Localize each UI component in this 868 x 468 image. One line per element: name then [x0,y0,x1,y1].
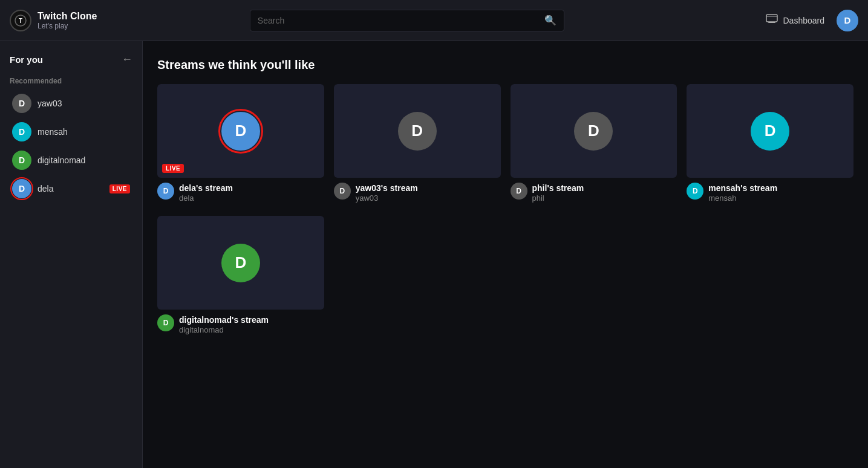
sidebar-avatar-yaw03: D [12,94,31,113]
sidebar-item-yaw03[interactable]: D yaw03 [4,89,139,117]
sidebar-item-mensah[interactable]: D mensah [4,118,139,146]
brand-title: Twitch Clone [38,11,97,22]
stream-info-text-yaw03: yaw03's stream yaw03 [356,183,418,204]
stream-info-phil: D phil's stream phil [511,178,677,206]
streamer-name-phil: phil [532,193,584,204]
brand: T Twitch Clone Let's play [10,10,149,31]
sidebar-username-yaw03: yaw03 [38,99,130,108]
search-icon[interactable]: 🔍 [544,15,556,26]
stream-info-avatar-phil: D [511,183,527,200]
stream-name-digitalnomad: digitalnomad's stream [179,314,269,325]
stream-thumbnail-digitalnomad: D [157,216,324,310]
user-avatar[interactable]: D [837,10,858,31]
svg-rect-2 [766,15,777,22]
recommended-label: Recommended [0,73,142,89]
sidebar-item-digitalnomad[interactable]: D digitalnomad [4,146,139,174]
collapse-icon[interactable]: ← [122,53,132,66]
sidebar-username-mensah: mensah [38,127,130,137]
stream-info-avatar-mensah: D [687,183,703,200]
sidebar-username-dela: dela [38,184,103,193]
stream-thumbnail-dela: D LIVE [157,84,324,178]
dashboard-link[interactable]: Dashboard [766,14,824,27]
stream-thumbnail-yaw03: D [334,84,501,178]
stream-info-text-dela: dela's stream dela [179,183,233,204]
sidebar-live-badge-dela: LIVE [109,184,130,193]
sidebar-avatar-mensah: D [12,122,31,141]
stream-thumbnail-phil: D [511,84,677,178]
streams-section-title: Streams we think you'll like [157,58,853,72]
stream-name-dela: dela's stream [179,183,233,193]
streamer-name-mensah: mensah [708,193,777,204]
stream-info-digitalnomad: D digitalnomad's stream digitalnomad [157,310,324,338]
layout: For you ← Recommended D yaw03 D mensah D… [0,0,868,468]
stream-card-yaw03[interactable]: D D yaw03's stream yaw03 [334,84,501,206]
streams-grid-row2: D D digitalnomad's stream digitalnomad [157,216,853,338]
streamer-name-dela: dela [179,193,233,204]
sidebar-for-you: For you ← [0,48,142,71]
thumbnail-avatar-yaw03: D [398,112,437,151]
stream-card-digitalnomad[interactable]: D D digitalnomad's stream digitalnomad [157,216,324,338]
stream-card-dela[interactable]: D LIVE D dela's stream dela [157,84,324,206]
stream-name-phil: phil's stream [532,183,584,193]
main-content: Streams we think you'll like D LIVE D de… [143,41,868,468]
stream-thumbnail-mensah: D [687,84,853,178]
sidebar-item-dela[interactable]: D dela LIVE [4,175,139,203]
thumbnail-avatar-dela: D [221,112,260,151]
stream-info-mensah: D mensah's stream mensah [687,178,853,206]
streamer-name-yaw03: yaw03 [356,193,418,204]
sidebar: For you ← Recommended D yaw03 D mensah D… [0,41,143,468]
stream-info-text-digitalnomad: digitalnomad's stream digitalnomad [179,314,269,336]
stream-info-avatar-digitalnomad: D [157,314,174,331]
streams-grid-row1: D LIVE D dela's stream dela D D [157,84,853,206]
for-you-label: For you [10,54,43,65]
sidebar-username-digitalnomad: digitalnomad [38,155,130,165]
stream-info-avatar-yaw03: D [334,183,351,200]
brand-logo: T [10,10,31,31]
stream-name-mensah: mensah's stream [708,183,777,193]
svg-rect-4 [768,22,775,23]
sidebar-avatar-dela: D [12,179,31,198]
stream-info-avatar-dela: D [157,183,174,200]
header-right: Dashboard D [766,10,858,31]
dashboard-icon [766,14,778,27]
sidebar-avatar-digitalnomad: D [12,151,31,170]
stream-info-text-phil: phil's stream phil [532,183,584,204]
stream-card-mensah[interactable]: D D mensah's stream mensah [687,84,853,206]
brand-subtitle: Let's play [38,22,97,30]
search-bar[interactable]: 🔍 [250,10,564,31]
stream-info-text-mensah: mensah's stream mensah [708,183,777,204]
svg-text:T: T [19,18,22,24]
thumbnail-avatar-mensah: D [751,112,789,151]
header: T Twitch Clone Let's play 🔍 Dashboard D [0,0,868,41]
brand-text: Twitch Clone Let's play [38,11,97,30]
thumbnail-avatar-digitalnomad: D [221,244,260,282]
stream-info-yaw03: D yaw03's stream yaw03 [334,178,501,206]
stream-info-dela: D dela's stream dela [157,178,324,206]
live-overlay-dela: LIVE [162,164,184,173]
stream-name-yaw03: yaw03's stream [356,183,418,193]
search-input[interactable] [258,16,544,25]
streamer-name-digitalnomad: digitalnomad [179,325,269,336]
stream-card-phil[interactable]: D D phil's stream phil [511,84,677,206]
dashboard-label: Dashboard [783,16,824,25]
thumbnail-avatar-phil: D [574,112,613,151]
